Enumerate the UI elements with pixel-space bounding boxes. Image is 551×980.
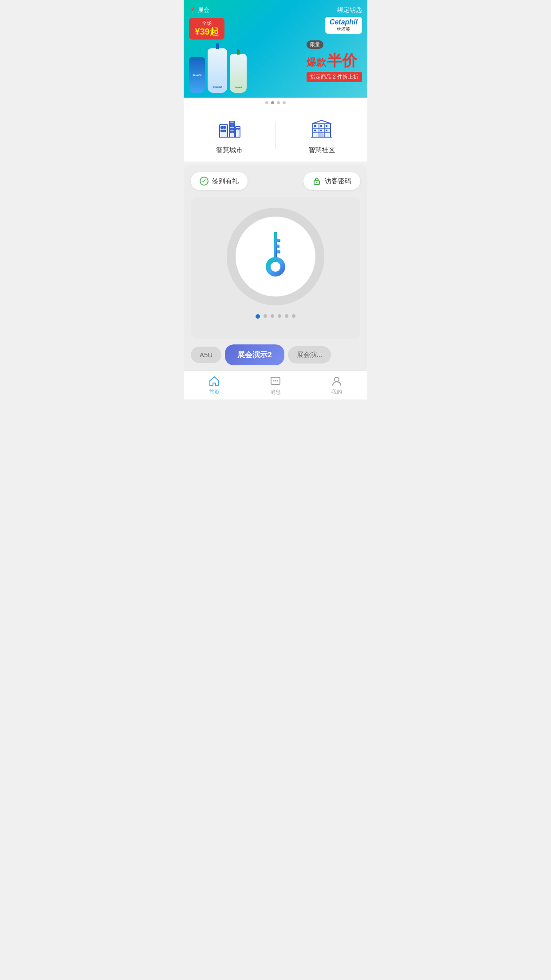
svg-rect-3 (221, 130, 223, 132)
cdot-1[interactable] (264, 314, 267, 318)
banner-dot-3[interactable] (283, 101, 286, 104)
person-icon (331, 375, 342, 387)
banner-price: ¥39起 (193, 26, 220, 37)
cetaphil-sub: 丝塔芙 (330, 26, 358, 32)
checkin-label: 签到有礼 (212, 177, 239, 186)
visitor-code-button[interactable]: 访客密码 (303, 172, 360, 190)
nav-home-label: 首页 (209, 388, 220, 396)
banner-quanchang: 全场 (193, 20, 220, 26)
svg-point-32 (316, 182, 318, 183)
checkin-button[interactable]: ✔ 签到有礼 (191, 172, 248, 190)
key-circle-inner (236, 217, 315, 296)
svg-rect-12 (230, 131, 232, 132)
banner-dot-0[interactable] (265, 101, 268, 104)
svg-rect-35 (277, 250, 280, 253)
svg-point-37 (271, 262, 280, 272)
cetaphil-logo: Cetaphil (330, 18, 358, 26)
cdot-0[interactable] (256, 314, 260, 319)
banner-sale-block: 限量 爆款 半价 指定商品 2 件折上折 (307, 40, 362, 82)
checkin-icon: ✔ (200, 177, 209, 186)
svg-rect-26 (314, 130, 316, 131)
svg-rect-10 (230, 128, 232, 130)
svg-rect-29 (320, 134, 323, 137)
cdot-3[interactable] (278, 314, 281, 318)
svg-rect-1 (221, 126, 223, 128)
svg-rect-6 (230, 123, 232, 124)
cdot-5[interactable] (292, 314, 295, 318)
banner-dot-2[interactable] (277, 101, 280, 104)
banner-location: 📍 展会 (189, 6, 252, 14)
tab-show3[interactable]: 展会演... (288, 346, 331, 364)
banner-dots (184, 98, 367, 108)
svg-point-41 (275, 380, 276, 382)
svg-rect-11 (232, 128, 234, 130)
location-icon: 📍 (189, 7, 196, 14)
banner-dot-1[interactable] (271, 101, 274, 104)
tab-show2[interactable]: 展会演示2 (225, 344, 284, 365)
banner-baokuan: 爆款 (307, 56, 326, 69)
nav-message-label: 消息 (270, 388, 281, 396)
svg-rect-33 (277, 239, 280, 242)
svg-point-40 (273, 380, 275, 382)
svg-rect-27 (320, 130, 322, 131)
svg-rect-13 (232, 131, 234, 132)
banner: 📍 展会 全场 ¥39起 Cetaphil Cetaphil Cetaphil (184, 0, 367, 98)
banner-limited: 限量 (307, 40, 323, 49)
banner-price-badge: 全场 ¥39起 (189, 18, 224, 40)
nav-home[interactable]: 首页 (184, 371, 245, 399)
svg-rect-15 (236, 128, 237, 129)
banner-bind-key[interactable]: 绑定钥匙 (337, 6, 362, 14)
nav-mine[interactable]: 我的 (306, 371, 367, 399)
tab-a5u[interactable]: A5U (191, 347, 221, 363)
svg-rect-9 (232, 126, 234, 127)
visitor-code-label: 访客密码 (325, 177, 351, 186)
svg-rect-4 (224, 130, 225, 132)
key-carousel (191, 197, 360, 339)
svg-rect-28 (326, 130, 327, 131)
banner-sale-sub: 指定商品 2 件折上折 (307, 72, 362, 82)
carousel-dots (256, 314, 295, 319)
svg-rect-23 (314, 125, 316, 127)
svg-rect-8 (230, 126, 232, 127)
bottom-nav: 首页 消息 我的 (184, 371, 367, 399)
svg-rect-24 (320, 125, 322, 127)
lock-icon (312, 177, 321, 186)
svg-rect-25 (326, 125, 327, 127)
key-circle-outer (227, 208, 324, 305)
smart-community-label: 智慧社区 (308, 146, 335, 154)
svg-rect-2 (224, 126, 225, 128)
cdot-2[interactable] (271, 314, 274, 318)
svg-rect-7 (232, 123, 234, 124)
message-icon (270, 375, 281, 387)
svg-point-43 (335, 377, 339, 382)
svg-point-42 (277, 380, 278, 382)
nav-mine-label: 我的 (331, 388, 342, 396)
category-smart-community[interactable]: 智慧社区 (276, 117, 368, 154)
action-row: ✔ 签到有礼 访客密码 (191, 172, 360, 190)
tabs-row: A5U 展会演示2 展会演... (184, 339, 367, 371)
banner-brand: Cetaphil 丝塔芙 (325, 17, 362, 34)
svg-rect-16 (238, 128, 239, 129)
category-smart-city[interactable]: 智慧城市 (184, 117, 276, 154)
svg-rect-34 (277, 245, 279, 248)
smart-city-icon (217, 117, 242, 142)
banner-banjia: 半价 (327, 51, 357, 71)
nav-message[interactable]: 消息 (245, 371, 306, 399)
smart-community-icon (309, 117, 334, 142)
category-section: 智慧城市 (184, 108, 367, 162)
cdot-4[interactable] (285, 314, 288, 318)
main-section: ✔ 签到有礼 访客密码 (184, 165, 367, 339)
home-icon (209, 375, 220, 387)
smart-city-label: 智慧城市 (216, 146, 243, 154)
